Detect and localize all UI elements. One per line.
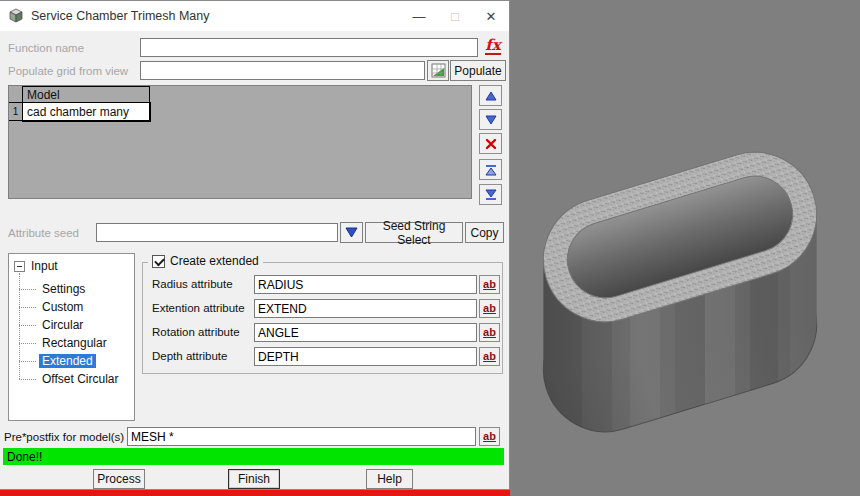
status-text: Done!! xyxy=(7,450,42,464)
tree-item-rectangular[interactable]: Rectangular xyxy=(9,334,134,352)
rotation-text-select-button[interactable]: ab xyxy=(479,323,500,342)
grid-corner-cell xyxy=(9,86,23,103)
row-move-bottom-button[interactable] xyxy=(479,184,502,205)
populate-grid-input[interactable] xyxy=(140,61,425,80)
rotation-attribute-label: Rotation attribute xyxy=(152,326,240,338)
tree-node-input[interactable]: Input xyxy=(9,258,134,274)
rotation-attribute-input[interactable] xyxy=(254,323,477,342)
fx-icon: fx xyxy=(485,38,500,55)
depth-attribute-input[interactable] xyxy=(254,347,477,366)
prefix-input[interactable] xyxy=(127,427,476,446)
radius-attribute-label: Radius attribute xyxy=(152,278,233,290)
function-name-input[interactable] xyxy=(140,38,478,57)
tree-item-extended[interactable]: Extended xyxy=(9,352,134,370)
function-select-button[interactable]: fx xyxy=(482,35,504,57)
extention-text-select-button[interactable]: ab xyxy=(479,299,500,318)
tree-item-settings[interactable]: Settings xyxy=(9,280,134,298)
populate-grid-label: Populate grid from view xyxy=(8,65,128,77)
populate-button[interactable]: Populate xyxy=(450,60,506,81)
function-name-label: Function name xyxy=(8,42,84,54)
status-bar: Done!! xyxy=(3,448,504,465)
service-chamber-dialog: Service Chamber Trimesh Many — □ ✕ Funct… xyxy=(0,0,510,490)
pick-view-button[interactable] xyxy=(427,60,449,81)
attribute-seed-input[interactable] xyxy=(96,223,338,242)
prefix-text-select-button[interactable]: ab xyxy=(479,427,500,446)
prefix-label: Pre*postfix for model(s) xyxy=(4,431,124,443)
maximize-icon: □ xyxy=(437,1,473,31)
ab-icon: ab xyxy=(483,431,496,442)
create-extended-group: Create extended Radius attribute ab Exte… xyxy=(142,262,503,374)
seed-string-select-button[interactable]: Seed String Select xyxy=(365,222,463,243)
attribute-seed-dropdown-button[interactable] xyxy=(340,222,363,243)
ab-icon: ab xyxy=(483,303,496,314)
minimize-icon[interactable]: — xyxy=(401,1,437,31)
grid-row-number: 1 xyxy=(9,103,23,121)
arrow-top-icon xyxy=(484,163,498,177)
row-delete-button[interactable] xyxy=(479,133,502,154)
application-window: Service Chamber Trimesh Many — □ ✕ Funct… xyxy=(0,0,860,496)
tree-root-label: Input xyxy=(31,259,58,273)
arrow-down-icon xyxy=(484,113,498,127)
tree-item-offset-circular[interactable]: Offset Circular xyxy=(9,370,134,388)
extention-attribute-label: Extention attribute xyxy=(152,302,245,314)
app-strip xyxy=(0,490,510,496)
titlebar[interactable]: Service Chamber Trimesh Many — □ ✕ xyxy=(0,1,509,31)
dropdown-arrow-icon xyxy=(345,227,358,238)
arrow-up-icon xyxy=(484,89,498,103)
ab-icon: ab xyxy=(483,351,496,362)
delete-x-icon xyxy=(484,137,498,151)
depth-attribute-label: Depth attribute xyxy=(152,350,227,362)
close-icon[interactable]: ✕ xyxy=(473,1,509,31)
grid-header-model[interactable]: Model xyxy=(23,86,150,103)
app-cube-icon xyxy=(8,8,24,24)
extention-attribute-input[interactable] xyxy=(254,299,477,318)
depth-text-select-button[interactable]: ab xyxy=(479,347,500,366)
create-extended-label: Create extended xyxy=(170,254,259,268)
help-button[interactable]: Help xyxy=(366,469,413,489)
model-grid[interactable]: Model 1 cad chamber many xyxy=(8,85,472,199)
chamber-mesh xyxy=(510,0,860,496)
finish-button[interactable]: Finish xyxy=(228,469,280,489)
ab-icon: ab xyxy=(483,279,496,290)
row-move-top-button[interactable] xyxy=(479,159,502,180)
ab-icon: ab xyxy=(483,327,496,338)
tree-collapse-icon[interactable] xyxy=(14,261,25,272)
window-title: Service Chamber Trimesh Many xyxy=(31,9,210,23)
create-extended-checkbox[interactable] xyxy=(152,255,165,268)
view-grid-icon xyxy=(431,63,446,78)
attribute-seed-label: Attribute seed xyxy=(8,227,79,239)
tree-item-circular[interactable]: Circular xyxy=(9,316,134,334)
radius-text-select-button[interactable]: ab xyxy=(479,275,500,294)
row-move-down-button[interactable] xyxy=(479,109,502,130)
process-button[interactable]: Process xyxy=(93,469,145,489)
radius-attribute-input[interactable] xyxy=(254,275,477,294)
input-tree: Input Settings Custom Circular Rectangul… xyxy=(8,253,135,421)
copy-button[interactable]: Copy xyxy=(465,222,504,243)
3d-viewport[interactable] xyxy=(510,0,860,496)
row-move-up-button[interactable] xyxy=(479,85,502,106)
grid-cell-model[interactable]: cad chamber many xyxy=(23,103,150,121)
arrow-bottom-icon xyxy=(484,188,498,202)
tree-item-custom[interactable]: Custom xyxy=(9,298,134,316)
